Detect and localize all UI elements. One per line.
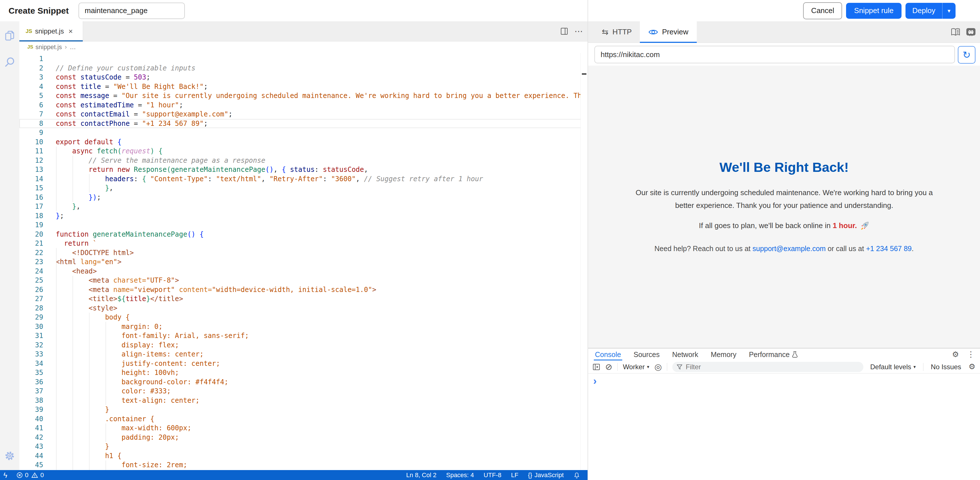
problems-warnings[interactable]: 0 — [31, 472, 44, 479]
code-line[interactable]: 35 height: 100vh; — [19, 368, 587, 377]
line-number: 5 — [19, 91, 43, 101]
console-sidebar-icon[interactable] — [593, 363, 600, 371]
code-line[interactable]: 17 }, — [19, 202, 587, 211]
code-line[interactable]: 41 max-width: 600px; — [19, 423, 587, 433]
code-line[interactable]: 37 color: #333; — [19, 387, 587, 396]
code-line[interactable]: 4const title = "We'll Be Right Back!"; — [19, 82, 587, 92]
line-number: 36 — [19, 377, 43, 387]
remote-indicator-icon[interactable]: ϟ — [3, 472, 7, 479]
breadcrumb[interactable]: JS snippet.js › … — [19, 41, 587, 53]
discord-icon[interactable] — [966, 27, 976, 36]
code-line[interactable]: 29 body { — [19, 313, 587, 322]
console-output[interactable]: › — [588, 374, 980, 480]
devtools-tab-sources[interactable]: Sources — [634, 349, 660, 360]
code-line[interactable]: 34 justify-content: center; — [19, 359, 587, 368]
devtools-menu-icon[interactable]: ⋮ — [967, 350, 975, 358]
code-line[interactable]: 10export default { — [19, 138, 587, 147]
code-line[interactable]: 5const message = "Our site is currently … — [19, 91, 587, 101]
support-email-link[interactable]: support@example.com — [752, 244, 826, 252]
code-line[interactable]: 26 <meta name="viewport" content="width=… — [19, 285, 587, 295]
code-line[interactable]: 22 <!DOCTYPE html> — [19, 248, 587, 258]
deploy-dropdown-button[interactable]: ▾ — [942, 3, 956, 19]
code-line[interactable]: 23<html lang="en"> — [19, 257, 587, 267]
split-editor-icon[interactable] — [560, 27, 568, 35]
more-actions-icon[interactable]: ⋯ — [574, 27, 583, 35]
code-line[interactable]: 12 // Serve the maintenance page as a re… — [19, 156, 587, 165]
code-line[interactable]: 9 — [19, 128, 587, 138]
code-line[interactable]: 6const estimatedTime = "1 hour"; — [19, 101, 587, 110]
cursor-position[interactable]: Ln 8, Col 2 — [406, 472, 436, 479]
code-line[interactable]: 38 text-align: center; — [19, 396, 587, 405]
code-line[interactable]: 19 — [19, 220, 587, 230]
devtools-settings-icon[interactable]: ⚙ — [952, 351, 959, 358]
code-line[interactable]: 24 <head> — [19, 267, 587, 276]
code-line[interactable]: 16 }); — [19, 193, 587, 202]
console-settings-icon[interactable]: ⚙ — [969, 363, 975, 371]
code-line[interactable]: 27 <title>${title}</title> — [19, 294, 587, 304]
issues-counter[interactable]: No Issues — [931, 363, 961, 371]
devtools-tab-network[interactable]: Network — [672, 349, 698, 360]
encoding[interactable]: UTF-8 — [484, 472, 501, 479]
clear-console-icon[interactable]: ⊘ — [605, 363, 612, 371]
tab-snippet-js[interactable]: JS snippet.js × — [19, 21, 83, 41]
line-number: 38 — [19, 396, 43, 405]
code-line[interactable]: 7const contactEmail = "support@example.c… — [19, 109, 587, 119]
code-line[interactable]: 20function generateMaintenancePage() { — [19, 230, 587, 239]
cancel-button[interactable]: Cancel — [803, 2, 842, 19]
breadcrumb-more[interactable]: … — [70, 43, 76, 51]
code-line[interactable]: 28 <style> — [19, 304, 587, 313]
devtools-tab-console[interactable]: Console — [595, 349, 621, 360]
code-line[interactable]: 30 margin: 0; — [19, 322, 587, 331]
eol-sequence[interactable]: LF — [511, 472, 519, 479]
devtools-tab-performance[interactable]: Performance — [749, 349, 797, 360]
notifications-bell-icon[interactable] — [573, 472, 580, 478]
devtools-tab-memory[interactable]: Memory — [711, 349, 736, 360]
close-tab-icon[interactable]: × — [68, 27, 73, 36]
code-line[interactable]: 18}; — [19, 211, 587, 221]
code-line[interactable]: 8const contactPhone = "+1 234 567 89"; — [19, 119, 587, 128]
code-line[interactable]: 40 .container { — [19, 414, 587, 424]
filter-input[interactable] — [685, 363, 859, 371]
code-line[interactable]: 42 padding: 20px; — [19, 433, 587, 442]
tab-preview[interactable]: Preview — [640, 21, 697, 43]
code-line[interactable]: 21 return ` — [19, 239, 587, 248]
preview-url-input[interactable] — [594, 46, 955, 63]
files-icon[interactable] — [3, 30, 16, 42]
code-line[interactable]: 14 headers: { "Content-Type": "text/html… — [19, 174, 587, 184]
refresh-button[interactable]: ↻ — [958, 46, 975, 63]
docs-book-icon[interactable] — [950, 27, 961, 36]
code-line[interactable]: 36 background-color: #f4f4f4; — [19, 377, 587, 387]
problems-errors[interactable]: 0 — [16, 472, 29, 479]
code-line[interactable]: 1 — [19, 54, 587, 63]
snippet-rule-button[interactable]: Snippet rule — [846, 3, 902, 19]
code-line[interactable]: 11 async fetch(request) { — [19, 147, 587, 156]
phone-link[interactable]: +1 234 567 89 — [866, 244, 912, 252]
code-line[interactable]: 3const statusCode = 503; — [19, 73, 587, 82]
context-selector[interactable]: Worker ▾ — [623, 363, 649, 371]
deploy-button[interactable]: Deploy — [905, 3, 942, 19]
search-icon[interactable] — [3, 56, 16, 68]
code-line[interactable]: 31 font-family: Arial, sans-serif; — [19, 331, 587, 341]
code-line[interactable]: 25 <meta charset="UTF-8"> — [19, 276, 587, 285]
code-line[interactable]: 32 display: flex; — [19, 341, 587, 350]
indentation[interactable]: Spaces: 4 — [446, 472, 474, 479]
code-line[interactable]: 15 }, — [19, 184, 587, 193]
code-line[interactable]: 45 font-size: 2rem; — [19, 460, 587, 470]
editor-scrollbar[interactable] — [581, 53, 587, 470]
language-mode[interactable]: {} JavaScript — [528, 472, 564, 479]
code-line[interactable]: 2// Define your customizable inputs — [19, 63, 587, 73]
code-line[interactable]: 13 return new Response(generateMaintenan… — [19, 165, 587, 174]
line-number: 17 — [19, 202, 43, 211]
code-line[interactable]: 44 h1 { — [19, 451, 587, 461]
code-editor[interactable]: 12// Define your customizable inputs3con… — [19, 53, 587, 470]
console-filter[interactable] — [672, 362, 864, 372]
breadcrumb-file[interactable]: snippet.js — [35, 43, 62, 51]
code-line[interactable]: 43 } — [19, 442, 587, 451]
tab-http[interactable]: ⇆ HTTP — [593, 21, 640, 43]
settings-gear-icon[interactable] — [3, 450, 16, 462]
code-line[interactable]: 39 } — [19, 405, 587, 414]
log-levels-selector[interactable]: Default levels ▾ — [870, 363, 916, 371]
live-expression-eye-icon[interactable]: ◎ — [654, 363, 662, 371]
snippet-name-input[interactable] — [78, 3, 185, 19]
code-line[interactable]: 33 align-items: center; — [19, 350, 587, 359]
